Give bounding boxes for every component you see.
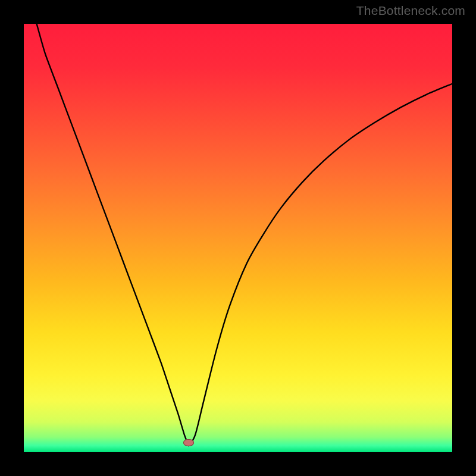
chart-frame: TheBottleneck.com xyxy=(0,0,476,476)
bottleneck-curve xyxy=(24,24,452,452)
plot-area xyxy=(24,24,452,452)
watermark-text: TheBottleneck.com xyxy=(356,4,465,18)
